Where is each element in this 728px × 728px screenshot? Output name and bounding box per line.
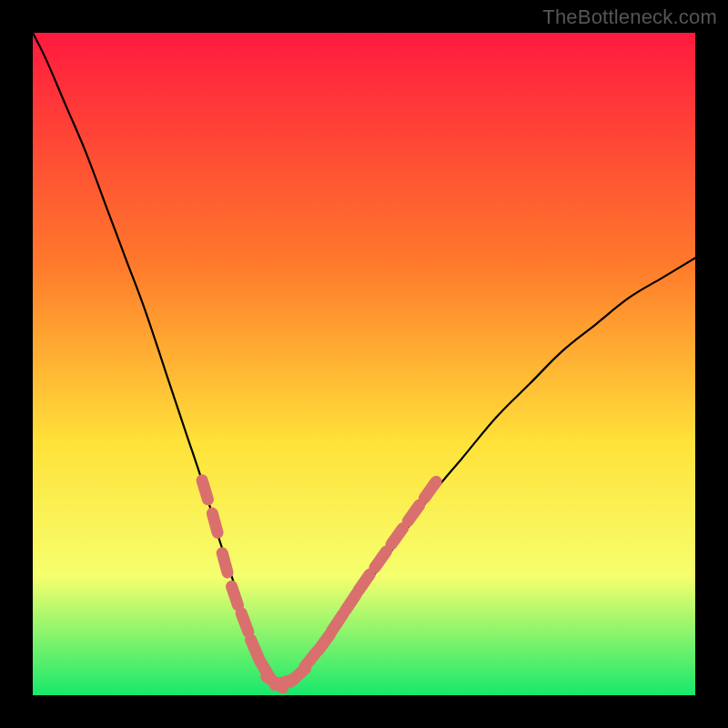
- marker-dash: [202, 480, 207, 500]
- marker-dash: [232, 586, 238, 605]
- marker-dash: [222, 553, 228, 572]
- chart-frame: TheBottleneck.com: [0, 0, 728, 728]
- watermark-text: TheBottleneck.com: [542, 5, 717, 29]
- marker-dash: [241, 613, 248, 632]
- chart-svg: [33, 33, 695, 695]
- plot-area: [33, 33, 695, 695]
- marker-dash: [212, 513, 217, 532]
- gradient-background: [33, 33, 695, 695]
